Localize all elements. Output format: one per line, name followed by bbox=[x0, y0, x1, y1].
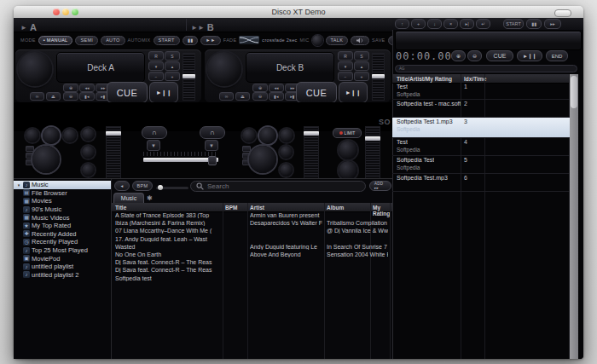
deck-a-r-button[interactable]: R bbox=[148, 51, 164, 61]
playlist-pause-button[interactable]: ▮▮ bbox=[526, 19, 542, 29]
col-album[interactable]: Album bbox=[327, 205, 344, 211]
zoom-out-icon[interactable]: ⊖ bbox=[467, 50, 482, 61]
deck-b-volume-fader[interactable] bbox=[304, 126, 319, 179]
table-row[interactable]: Softpedia test bbox=[112, 275, 392, 283]
deck-a-fx2-knob[interactable] bbox=[82, 146, 95, 159]
sidebar-item-recently-played[interactable]: ◷Recently Played bbox=[14, 238, 111, 246]
playlist-row[interactable]: Softpedia Test.mp36 bbox=[392, 174, 570, 192]
deck-b-cue-button[interactable]: CUE bbox=[296, 82, 337, 103]
crossfader-handle[interactable] bbox=[208, 156, 217, 165]
sidebar-item-music[interactable]: ▾♪Music bbox=[14, 181, 111, 189]
playlist-skip-button[interactable]: ▸▸ bbox=[544, 19, 561, 29]
automix-start-button[interactable]: START bbox=[154, 36, 180, 45]
rewind-icon[interactable]: ◂◂ bbox=[269, 84, 284, 92]
deck-a-play-button[interactable]: ►❙❙ bbox=[149, 82, 178, 103]
automix-pause-button[interactable]: ▮▮ bbox=[183, 36, 199, 45]
table-header[interactable]: Title BPM Artist Album My Rating bbox=[112, 203, 392, 212]
deck-a-pitch-down-icon[interactable]: ▾ bbox=[148, 61, 164, 71]
deck-b-pitch-up-icon[interactable]: ▴ bbox=[354, 61, 369, 71]
deck-a-s-button[interactable]: S bbox=[165, 51, 180, 61]
deck-b-plus-button[interactable]: + bbox=[354, 72, 369, 81]
deck-a-fx3-knob[interactable] bbox=[82, 164, 95, 176]
deck-b-eq-mid-knob[interactable] bbox=[259, 127, 276, 144]
slider-handle[interactable] bbox=[158, 185, 163, 190]
playlist-end-button[interactable]: END bbox=[546, 50, 568, 61]
deck-b-eq-low-knob[interactable] bbox=[280, 129, 293, 142]
sidebar-item-my-top-rated[interactable]: ★My Top Rated bbox=[14, 222, 111, 230]
table-row[interactable]: No One On EarthAbove And BeyondSensation… bbox=[112, 251, 392, 259]
deck-a-minus-button[interactable]: − bbox=[148, 72, 164, 81]
table-row[interactable]: A State of Trance Episode 383 (TopArmin … bbox=[112, 212, 392, 220]
deck-a-pitch-fader[interactable] bbox=[183, 53, 195, 101]
deck-a-volume-handle[interactable] bbox=[106, 131, 121, 136]
sidebar-item-top-25-most-played[interactable]: ♪Top 25 Most Played bbox=[14, 246, 111, 255]
deck-b-fx2-knob[interactable] bbox=[280, 146, 293, 159]
sidebar-item-untitled-playlist-2[interactable]: ♪untitled playlist 2 bbox=[14, 271, 111, 280]
deck-a-pitch-up-icon[interactable]: ▴ bbox=[165, 61, 180, 71]
mode-semi-button[interactable]: SEMI bbox=[75, 36, 98, 45]
table-row[interactable]: 07 Liana Mccarthy–Dance With Me (@ Dj Va… bbox=[112, 228, 392, 235]
col-bpm[interactable]: BPM bbox=[225, 205, 237, 211]
loop-icon[interactable]: ∞ bbox=[30, 92, 44, 101]
deck-b-minus-button[interactable]: − bbox=[338, 72, 353, 81]
table-row[interactable]: Dj Sava feat. Connect-R – The Reas bbox=[112, 267, 392, 274]
move-down-icon[interactable]: ↓ bbox=[427, 19, 442, 29]
mode-manual-button[interactable]: • MANUAL bbox=[38, 36, 73, 45]
titlebar[interactable]: Disco XT Demo bbox=[14, 6, 583, 19]
nav-back-icon[interactable]: ◂ bbox=[114, 181, 130, 191]
sidebar-item-music-videos[interactable]: ▦Music Videos bbox=[14, 213, 111, 222]
playlist-play-button[interactable]: ►❙❙ bbox=[517, 50, 542, 61]
deck-a-jog-knob[interactable] bbox=[18, 52, 52, 86]
master-gain-knob[interactable] bbox=[339, 161, 357, 180]
play-next-icon[interactable]: ▸| bbox=[460, 19, 474, 29]
deck-a-volume-fader[interactable] bbox=[106, 126, 121, 179]
playlist-row[interactable]: Softpedia Test 1.mp3Softpedia3 bbox=[392, 118, 570, 138]
sidebar-item-moviepod[interactable]: ▣MoviePod bbox=[14, 254, 111, 263]
talk-button[interactable]: TALK bbox=[326, 36, 349, 45]
search-field[interactable]: Search bbox=[190, 181, 366, 192]
gear-icon[interactable]: ✱ bbox=[147, 194, 153, 202]
crossfade-value[interactable]: crossfade 2sec bbox=[262, 38, 297, 43]
move-up-icon[interactable]: ↑ bbox=[395, 19, 409, 29]
deck-b-jog-knob[interactable] bbox=[207, 52, 241, 86]
delete-icon[interactable]: × bbox=[443, 19, 458, 29]
sidebar-item-untitled-playlist[interactable]: ♪untitled playlist bbox=[14, 263, 111, 271]
col-idx-time[interactable]: Idx/Time bbox=[464, 76, 486, 82]
col-artist[interactable]: Artist bbox=[250, 205, 264, 211]
bpm-range-slider[interactable] bbox=[156, 187, 188, 189]
playlist-row[interactable]: Softpedia TestSoftpedia5 bbox=[392, 156, 570, 174]
deck-b-monitor-button[interactable]: ▼ bbox=[205, 140, 218, 151]
crossfader-track[interactable] bbox=[143, 158, 218, 162]
deck-a-fx1-knob[interactable] bbox=[82, 128, 95, 141]
deck-b-headphone-cue-button[interactable]: ∩ bbox=[200, 126, 225, 139]
deck-b-pitch-handle[interactable] bbox=[372, 74, 385, 78]
playlist-row[interactable]: TestSoftpedia1 bbox=[392, 83, 570, 100]
prev-track-icon[interactable]: ▮◂ bbox=[269, 92, 284, 101]
deck-b-pitch-fader[interactable] bbox=[372, 53, 385, 101]
crossfade-curve-icon[interactable] bbox=[239, 36, 259, 44]
table-row[interactable]: 17. Andy Duguid feat. Leah – Wast bbox=[112, 236, 392, 244]
zoom-out-icon[interactable]: ⊖ bbox=[252, 92, 268, 101]
automix-skip-button[interactable]: ►► bbox=[200, 36, 221, 45]
table-row[interactable]: Ibiza (Marchesini & Farina Remix)Desapar… bbox=[112, 220, 392, 228]
master-volume-handle[interactable] bbox=[365, 136, 380, 141]
sidebar-item-movies[interactable]: ▦Movies bbox=[14, 197, 111, 205]
zoom-out-icon[interactable]: ⊖ bbox=[63, 92, 78, 101]
deck-b-pitch-down-icon[interactable]: ▾ bbox=[338, 61, 353, 71]
deck-b-gain-knob[interactable] bbox=[249, 146, 276, 173]
sidebar-item-recently-added[interactable]: ✚Recently Added bbox=[14, 230, 111, 239]
eject-icon[interactable]: ⏏ bbox=[46, 92, 61, 101]
add-button[interactable]: ADD ▸▸ bbox=[369, 181, 391, 191]
return-icon[interactable]: ↵ bbox=[476, 19, 490, 29]
rewind-icon[interactable]: ◂◂ bbox=[79, 84, 95, 92]
loop-icon[interactable]: ∞ bbox=[219, 92, 234, 101]
deck-a-eq-high-knob[interactable] bbox=[26, 129, 39, 142]
limit-button[interactable]: LIMIT bbox=[333, 128, 362, 138]
playlist-row[interactable]: Softpedia test - mac.softpedia.co2 bbox=[392, 100, 570, 118]
deck-a-eq-mid-knob[interactable] bbox=[43, 127, 60, 144]
eject-icon[interactable]: ⏏ bbox=[235, 92, 250, 101]
col-title-artist-rating[interactable]: Title/Artist/My Rating bbox=[397, 76, 452, 82]
deck-b-r-button[interactable]: R bbox=[338, 51, 353, 61]
deck-b-play-button[interactable]: ►❙❙ bbox=[339, 82, 368, 103]
master-balance-knob[interactable] bbox=[339, 141, 357, 159]
